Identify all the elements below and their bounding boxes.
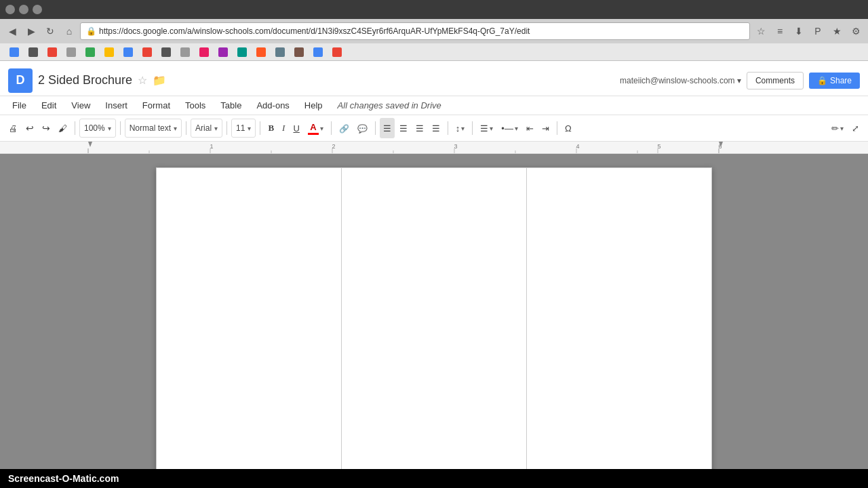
nav-extra4-button[interactable]: ⚙ [848, 23, 864, 39]
bookmarks-bar [0, 43, 868, 61]
numbered-list-button[interactable]: ☰▾ [477, 118, 496, 138]
ruler-svg: 1 2 3 4 5 6 [0, 142, 868, 154]
fontsize-dropdown[interactable]: 11 ▾ [231, 119, 256, 138]
svg-text:2: 2 [332, 143, 335, 150]
link-button[interactable] [336, 118, 353, 138]
bookmark-item-3[interactable] [43, 46, 61, 58]
doc-table[interactable] [156, 167, 712, 488]
bookmark-item-8[interactable] [138, 46, 156, 58]
bookmark-item-4[interactable] [62, 46, 80, 58]
align-center-button[interactable]: ☰ [396, 118, 411, 138]
insert-comment-button[interactable] [354, 118, 371, 138]
zoom-dropdown[interactable]: 100% ▾ [79, 119, 116, 138]
font-color-button[interactable]: A ▾ [304, 118, 327, 138]
justify-icon: ☰ [432, 123, 440, 134]
nav-refresh-button[interactable]: ↻ [42, 23, 58, 39]
nav-extra1-button[interactable]: ⬇ [791, 23, 807, 39]
indent-decrease-button[interactable]: ⇤ [523, 118, 537, 138]
bookmark-item-6[interactable] [100, 46, 118, 58]
format-paint-button[interactable] [55, 118, 71, 138]
toolbar-separator-9 [472, 121, 473, 135]
doc-area[interactable]: | [0, 154, 868, 488]
menu-addons[interactable]: Add-ons [250, 98, 296, 113]
comments-button[interactable]: Comments [747, 72, 804, 89]
toolbar-separator-5 [260, 121, 260, 135]
ruler: 1 2 3 4 5 6 [0, 142, 868, 154]
bold-button[interactable] [264, 118, 277, 138]
bookmark-item-15[interactable] [271, 46, 289, 58]
menu-tools[interactable]: Tools [178, 98, 212, 113]
print-icon [9, 123, 18, 134]
toolbar: 100% ▾ Normal text ▾ Arial ▾ 11 ▾ A ▾ ☰ … [0, 115, 868, 142]
indent-increase-icon: ⇥ [542, 123, 549, 134]
bookmark-item-9[interactable] [157, 46, 175, 58]
font-dropdown[interactable]: Arial ▾ [191, 119, 222, 138]
italic-button[interactable] [279, 118, 288, 138]
nav-home-button[interactable]: ⌂ [61, 23, 77, 39]
redo-icon [42, 123, 50, 134]
menu-edit[interactable]: Edit [35, 98, 63, 113]
indent-increase-button[interactable]: ⇥ [538, 118, 553, 138]
nav-extra2-button[interactable]: P [810, 23, 826, 39]
gdocs-star-icon[interactable]: ☆ [138, 74, 147, 87]
bulleted-list-button[interactable]: •—▾ [498, 118, 521, 138]
address-bar[interactable]: 🔒 https://docs.google.com/a/winslow-scho… [80, 22, 750, 40]
share-button[interactable]: 🔒 Share [809, 73, 860, 89]
undo-button[interactable] [22, 118, 37, 138]
expand-button[interactable]: ⤢ [848, 118, 863, 138]
bookmark-item-14[interactable] [252, 46, 270, 58]
menu-view[interactable]: View [64, 98, 97, 113]
expand-icon: ⤢ [852, 123, 859, 134]
menu-file[interactable]: File [5, 98, 33, 113]
table-cell-3[interactable] [527, 168, 712, 489]
align-left-button[interactable]: ☰ [380, 118, 395, 138]
titlebar-btn-3 [33, 5, 42, 14]
screencast-label: Screencast-O-Matic.com [8, 473, 119, 484]
indent-decrease-icon: ⇤ [526, 123, 534, 134]
justify-button[interactable]: ☰ [429, 118, 443, 138]
line-spacing-button[interactable]: ↕▾ [452, 118, 469, 138]
bookmark-item-1[interactable] [5, 46, 23, 58]
menu-help[interactable]: Help [298, 98, 330, 113]
nav-extra3-button[interactable]: ★ [829, 23, 845, 39]
redo-button[interactable] [39, 118, 54, 138]
menu-insert[interactable]: Insert [98, 98, 134, 113]
gdocs-document-title[interactable]: 2 Sided Brochure [38, 73, 132, 87]
nav-menu-button[interactable]: ≡ [772, 23, 788, 39]
bookmark-item-18[interactable] [328, 46, 346, 58]
menu-format[interactable]: Format [136, 98, 177, 113]
align-center-icon: ☰ [399, 123, 408, 134]
print-button[interactable] [5, 118, 21, 138]
gdocs-folder-icon[interactable]: 📁 [153, 74, 166, 87]
pencil-button[interactable]: ✏▾ [828, 118, 847, 138]
bookmark-item-5[interactable] [81, 46, 99, 58]
gdocs-header-right: mateiich@winslow-schools.com ▾ Comments … [620, 72, 860, 89]
style-dropdown[interactable]: Normal text ▾ [125, 119, 182, 138]
nav-back-button[interactable]: ◀ [4, 23, 20, 39]
bookmark-item-11[interactable] [195, 46, 213, 58]
font-color-bar [308, 133, 319, 135]
gdocs-user-email[interactable]: mateiich@winslow-schools.com ▾ [620, 76, 741, 85]
bookmark-item-10[interactable] [176, 46, 194, 58]
font-color-container: A [308, 122, 319, 135]
align-right-button[interactable]: ☰ [412, 118, 427, 138]
gdocs-app-icon: D [8, 68, 33, 93]
svg-text:4: 4 [576, 143, 579, 150]
bookmark-item-17[interactable] [309, 46, 327, 58]
align-left-icon: ☰ [383, 123, 391, 134]
zoom-value: 100% [84, 123, 105, 133]
table-cell-2[interactable] [342, 168, 527, 489]
bookmark-item-16[interactable] [290, 46, 308, 58]
link-icon [339, 123, 349, 134]
menu-table[interactable]: Table [214, 98, 248, 113]
nav-forward-button[interactable]: ▶ [23, 23, 39, 39]
table-cell-1[interactable] [157, 168, 342, 489]
special-chars-button[interactable]: Ω [561, 118, 575, 138]
toolbar-separator-6 [331, 121, 332, 135]
nav-star-button[interactable]: ☆ [753, 23, 769, 39]
bookmark-item-13[interactable] [233, 46, 251, 58]
bookmark-item-12[interactable] [214, 46, 232, 58]
underline-button[interactable] [290, 118, 302, 138]
bookmark-item-2[interactable] [24, 46, 42, 58]
bookmark-item-7[interactable] [119, 46, 137, 58]
